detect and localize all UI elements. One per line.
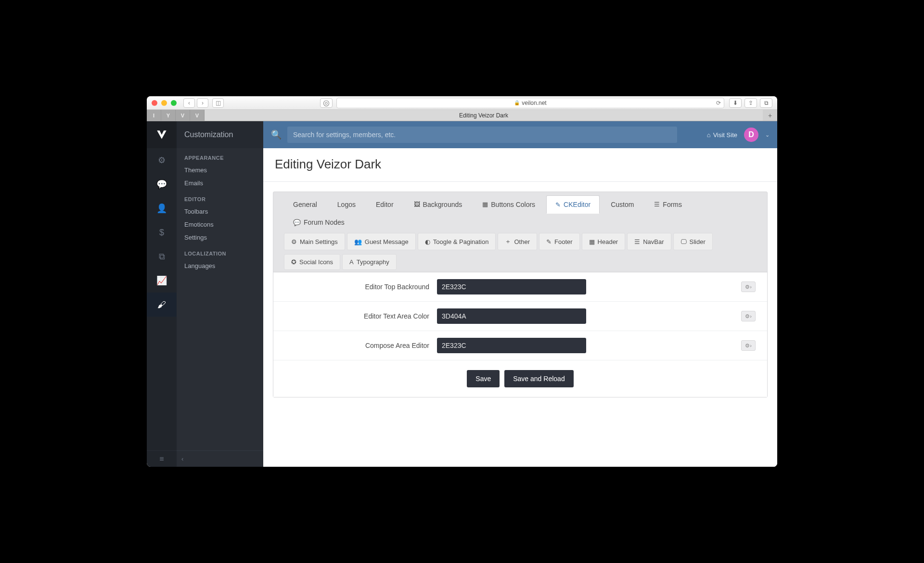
side-section-heading: EDITOR <box>177 190 263 205</box>
tab-logos[interactable]: Logos <box>328 195 365 213</box>
field-label: Editor Top Backround <box>285 283 429 291</box>
close-window-button[interactable] <box>152 100 157 106</box>
save-button[interactable]: Save <box>467 370 500 387</box>
field-row: Editor Text Area Color ⚙› <box>273 302 767 331</box>
chat-icon[interactable]: 💬 <box>147 172 177 196</box>
tab-custom[interactable]: Custom <box>602 195 643 213</box>
search-icon[interactable]: 🔍 <box>271 129 282 140</box>
forward-button[interactable]: › <box>197 98 208 108</box>
sidebar-item-settings[interactable]: Settings <box>177 231 263 244</box>
downloads-icon[interactable]: ⬇ <box>729 98 742 108</box>
sidebar-toggle-button[interactable]: ◫ <box>212 98 224 108</box>
search-input[interactable] <box>287 127 677 143</box>
chevron-down-icon[interactable]: ⌄ <box>765 132 770 138</box>
subtab-other[interactable]: ＋Other <box>498 233 537 250</box>
app-logo[interactable] <box>147 121 177 148</box>
app-root: ⚙ 💬 👤 $ ⧉ 📈 🖌 ≡ Customization APPEARANCE… <box>147 121 777 467</box>
subtab-navbar[interactable]: ☰NavBar <box>627 233 671 250</box>
back-button[interactable]: ‹ <box>183 98 195 108</box>
tab-backgrounds[interactable]: 🖼Backgrounds <box>405 195 472 213</box>
side-panel: Customization APPEARANCE Themes Emails E… <box>177 121 263 467</box>
field-label: Editor Text Area Color <box>285 312 429 320</box>
grid-icon: ▦ <box>482 201 488 208</box>
page-title: Editing Veizor Dark <box>275 157 766 172</box>
subtab-slider[interactable]: 🖵Slider <box>673 233 713 250</box>
topbar: 🔍 ⌂ Visit Site D ⌄ <box>263 121 777 148</box>
bars-icon: ☰ <box>634 238 640 245</box>
tab-editor[interactable]: Editor <box>367 195 403 213</box>
tab-general[interactable]: General <box>284 195 326 213</box>
share-icon[interactable]: ⇪ <box>744 98 757 108</box>
sidebar-item-toolbars[interactable]: Toolbars <box>177 205 263 218</box>
cog-icon: ⚙ <box>291 238 297 245</box>
subtab-main-settings[interactable]: ⚙Main Settings <box>284 233 345 250</box>
collapse-panel-button[interactable]: ‹ <box>177 450 263 467</box>
page-header: Editing Veizor Dark <box>263 148 777 182</box>
titlebar: ‹ › ◫ ◎ 🔒 veilon.net ⟳ ⬇ ⇪ ⧉ <box>147 96 777 110</box>
pinned-tab[interactable]: V <box>190 110 205 121</box>
minimize-window-button[interactable] <box>161 100 167 106</box>
subtab-typography[interactable]: ATypography <box>342 254 397 270</box>
avatar[interactable]: D <box>744 128 758 142</box>
editor-top-background-input[interactable] <box>437 279 586 294</box>
copy-icon[interactable]: ⧉ <box>147 244 177 269</box>
user-icon[interactable]: 👤 <box>147 196 177 220</box>
comments-icon: 💬 <box>293 219 301 226</box>
toggle-icon: ◐ <box>425 238 430 245</box>
field-options-button[interactable]: ⚙› <box>741 282 756 292</box>
field-label: Compose Area Editor <box>285 342 429 349</box>
tab-forms[interactable]: ☰Forms <box>645 195 691 213</box>
gear-icon: ⚙ <box>745 343 750 349</box>
brush-icon[interactable]: 🖌 <box>147 293 177 317</box>
browser-tabbar: I Y V V Editing Veizor Dark + <box>147 110 777 121</box>
maximize-window-button[interactable] <box>171 100 177 106</box>
visit-site-link[interactable]: ⌂ Visit Site <box>707 131 737 139</box>
subtab-header[interactable]: ▦Header <box>582 233 626 250</box>
chart-icon[interactable]: 📈 <box>147 269 177 293</box>
actions: Save Save and Reload <box>273 360 767 397</box>
plus-icon: ＋ <box>505 237 511 246</box>
browser-tab[interactable]: Editing Veizor Dark <box>205 110 763 121</box>
browser-window: ‹ › ◫ ◎ 🔒 veilon.net ⟳ ⬇ ⇪ ⧉ I Y V V Edi… <box>147 96 777 467</box>
edit-icon: ✎ <box>555 201 561 208</box>
privacy-report-icon[interactable]: ◎ <box>320 98 333 108</box>
tab-forum-nodes[interactable]: 💬Forum Nodes <box>284 213 354 231</box>
pinned-tab[interactable]: V <box>176 110 190 121</box>
form-icon: ☰ <box>654 201 660 208</box>
main-area: 🔍 ⌂ Visit Site D ⌄ Editing Veizor Dark <box>263 121 777 467</box>
save-reload-button[interactable]: Save and Reload <box>504 370 573 387</box>
primary-tabs: General Logos Editor 🖼Backgrounds ▦Butto… <box>273 192 767 231</box>
tab-pane: Editor Top Backround ⚙› Editor Text Area… <box>273 272 767 397</box>
hamburger-icon[interactable]: ≡ <box>147 450 177 467</box>
new-tab-button[interactable]: + <box>763 110 777 121</box>
pinned-tab[interactable]: I <box>147 110 161 121</box>
url-host: veilon.net <box>522 100 546 106</box>
pencil-icon: ✎ <box>546 238 552 245</box>
gear-icon: ⚙ <box>745 284 750 290</box>
editor-text-area-color-input[interactable] <box>437 308 586 324</box>
sidebar-item-emails[interactable]: Emails <box>177 177 263 190</box>
subtab-guest-message[interactable]: 👥Guest Message <box>347 233 416 250</box>
tabs-icon[interactable]: ⧉ <box>760 98 772 108</box>
field-options-button[interactable]: ⚙› <box>741 311 756 321</box>
gears-icon[interactable]: ⚙ <box>147 148 177 172</box>
icon-rail: ⚙ 💬 👤 $ ⧉ 📈 🖌 ≡ <box>147 121 177 467</box>
sidebar-item-themes[interactable]: Themes <box>177 164 263 177</box>
tab-ckeditor[interactable]: ✎CKEditor <box>546 195 600 214</box>
sidebar-item-languages[interactable]: Languages <box>177 259 263 272</box>
secondary-tabs: ⚙Main Settings 👥Guest Message ◐Toogle & … <box>273 231 767 272</box>
pinned-tab[interactable]: Y <box>161 110 176 121</box>
field-options-button[interactable]: ⚙› <box>741 340 756 351</box>
subtab-toggle-pagination[interactable]: ◐Toogle & Pagination <box>418 233 496 250</box>
dollar-icon[interactable]: $ <box>147 220 177 244</box>
sidebar-item-emoticons[interactable]: Emoticons <box>177 218 263 231</box>
reload-icon[interactable]: ⟳ <box>716 100 721 106</box>
subtab-footer[interactable]: ✎Footer <box>539 233 580 250</box>
compose-area-editor-input[interactable] <box>437 338 586 353</box>
content: General Logos Editor 🖼Backgrounds ▦Butto… <box>263 182 777 467</box>
image-icon: 🖼 <box>414 201 420 208</box>
subtab-social-icons[interactable]: ✪Social Icons <box>284 254 340 270</box>
address-bar[interactable]: 🔒 veilon.net ⟳ <box>336 98 724 108</box>
tab-buttons-colors[interactable]: ▦Buttons Colors <box>473 195 544 213</box>
gear-icon: ⚙ <box>745 313 750 320</box>
